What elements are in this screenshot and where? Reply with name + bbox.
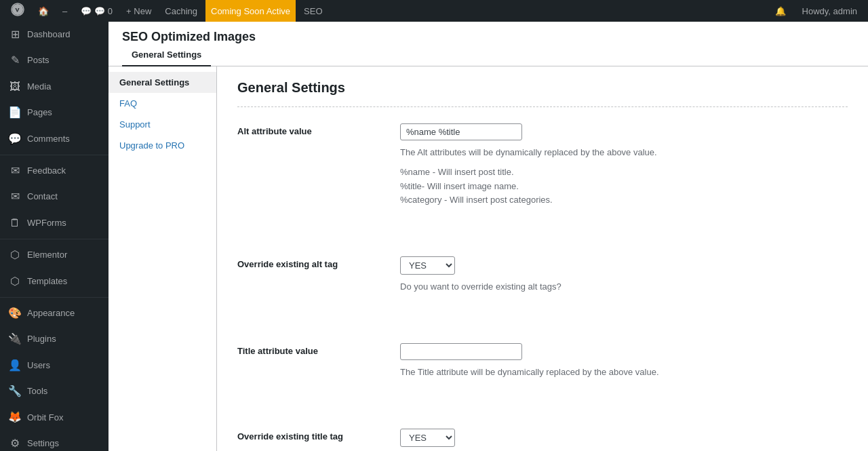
sidebar-item-templates[interactable]: ⬡ Templates (0, 269, 108, 294)
admin-menu: ⊞ Dashboard ✎ Posts 🖼 Media 📄 Pages 💬 Co… (0, 22, 108, 451)
settings-panel: General Settings Alt attribute value The… (217, 66, 868, 451)
sidebar-item-settings[interactable]: ⚙ Settings (0, 431, 108, 451)
caching-label: Caching (165, 6, 197, 16)
tools-icon: 🔧 (8, 384, 22, 399)
orbit-fox-icon: 🦊 (8, 410, 22, 425)
title-attribute-value-label: Title attribute value (237, 343, 373, 385)
plugin-tabs: General Settings (108, 44, 868, 66)
sidebar-item-comments[interactable]: 💬 Comments (0, 126, 108, 152)
sidebar-item-wpforms[interactable]: 🗒 WPForms (0, 210, 108, 236)
sidebar-item-pages[interactable]: 📄 Pages (0, 100, 108, 125)
alt-attribute-value-desc-1: The Alt attributes will be dynamically r… (400, 146, 848, 160)
title-attribute-value-content: The Title attribute will be dynamically … (400, 343, 848, 385)
pages-icon: 📄 (8, 105, 22, 120)
home-menu-item[interactable]: 🏠 (33, 0, 54, 22)
coming-soon-label: Coming Soon Active (211, 6, 290, 16)
new-label: + New (126, 6, 151, 16)
override-alt-tag-desc: Do you want to override existing alt tag… (400, 280, 848, 294)
contact-icon: ✉ (8, 189, 22, 204)
row-title-attribute-value: Title attribute value The Title attribut… (237, 343, 848, 407)
override-title-tag-content: YES NO Do you want to override existing … (400, 429, 848, 451)
content-area: General Settings FAQ Support Upgrade to … (108, 66, 868, 451)
sidebar-item-posts[interactable]: ✎ Posts (0, 47, 108, 73)
coming-soon-menu-item[interactable]: Coming Soon Active (205, 0, 296, 22)
feedback-icon: ✉ (8, 163, 22, 178)
bell-icon: 🔔 (775, 6, 786, 16)
seo-label: SEO (304, 6, 322, 16)
sidebar-item-contact[interactable]: ✉ Contact (0, 184, 108, 210)
settings-icon: ⚙ (8, 436, 22, 451)
sidebar-item-feedback[interactable]: ✉ Feedback (0, 158, 108, 184)
sub-nav: General Settings FAQ Support Upgrade to … (108, 66, 217, 451)
main-content: SEO Optimized Images General Settings Ge… (108, 22, 868, 451)
row-override-title-tag: Override existing title tag YES NO Do yo… (237, 429, 848, 451)
home-icon: 🏠 (38, 6, 49, 16)
tab-general-settings-label: General Settings (132, 50, 201, 60)
sidebar-item-dashboard[interactable]: ⊞ Dashboard (0, 22, 108, 47)
override-alt-tag-label: Override existing alt tag (237, 256, 373, 300)
override-alt-tag-select[interactable]: YES NO (400, 256, 455, 275)
sub-nav-faq[interactable]: FAQ (108, 93, 216, 114)
title-attribute-value-input[interactable] (400, 343, 522, 360)
updates-menu-item[interactable]: – (57, 0, 73, 22)
templates-icon: ⬡ (8, 274, 22, 289)
override-title-tag-label: Override existing title tag (237, 429, 373, 451)
comments-count: 💬 0 (94, 6, 113, 16)
settings-divider (237, 106, 848, 107)
media-icon: 🖼 (8, 79, 22, 94)
wordpress-logo[interactable] (5, 3, 30, 20)
dashboard-icon: ⊞ (8, 27, 22, 42)
updates-icon: – (62, 6, 67, 16)
override-alt-tag-content: YES NO Do you want to override existing … (400, 256, 848, 300)
seo-menu-item[interactable]: SEO (298, 0, 328, 22)
comments-icon: 💬 (81, 6, 92, 16)
sidebar-item-media[interactable]: 🖼 Media (0, 74, 108, 100)
sub-nav-upgrade[interactable]: Upgrade to PRO (108, 135, 216, 156)
sub-nav-general-settings[interactable]: General Settings (108, 72, 216, 93)
admin-bar: 🏠 – 💬 💬 0 + New Caching Coming Soon Acti… (0, 0, 868, 22)
alt-attribute-value-label: Alt attribute value (237, 123, 373, 213)
sidebar-item-appearance[interactable]: 🎨 Appearance (0, 300, 108, 326)
new-menu-item[interactable]: + New (121, 0, 157, 22)
comments-menu-item[interactable]: 💬 💬 0 (75, 0, 118, 22)
notification-bell[interactable]: 🔔 (770, 6, 791, 16)
settings-title: General Settings (237, 80, 848, 96)
sidebar-item-plugins[interactable]: 🔌 Plugins (0, 326, 108, 352)
plugin-header: SEO Optimized Images General Settings (108, 22, 868, 66)
sidebar-item-tools[interactable]: 🔧 Tools (0, 378, 108, 404)
sub-nav-support[interactable]: Support (108, 114, 216, 135)
plugins-icon: 🔌 (8, 332, 22, 347)
caching-menu-item[interactable]: Caching (159, 0, 203, 22)
alt-attribute-value-content: The Alt attributes will be dynamically r… (400, 123, 848, 213)
comments-sidebar-icon: 💬 (8, 132, 22, 146)
alt-attribute-value-desc-2: %name - Will insert post title.%title- W… (400, 165, 848, 208)
alt-attribute-value-input[interactable] (400, 123, 522, 140)
row-override-alt-tag: Override existing alt tag YES NO Do you … (237, 256, 848, 321)
sidebar-item-orbit-fox[interactable]: 🦊 Orbit Fox (0, 404, 108, 430)
tab-general-settings[interactable]: General Settings (122, 44, 211, 66)
sidebar-item-users[interactable]: 👤 Users (0, 353, 108, 378)
appearance-icon: 🎨 (8, 306, 22, 321)
row-alt-attribute-value: Alt attribute value The Alt attributes w… (237, 123, 848, 235)
override-title-tag-select[interactable]: YES NO (400, 429, 455, 447)
users-icon: 👤 (8, 358, 22, 373)
elementor-icon: ⬡ (8, 248, 22, 262)
sidebar-item-elementor[interactable]: ⬡ Elementor (0, 242, 108, 268)
title-attribute-value-desc: The Title attribute will be dynamically … (400, 366, 848, 380)
posts-icon: ✎ (8, 53, 22, 68)
wpforms-icon: 🗒 (8, 216, 22, 231)
howdy-label[interactable]: Howdy, admin (797, 6, 863, 16)
plugin-title: SEO Optimized Images (108, 22, 868, 44)
